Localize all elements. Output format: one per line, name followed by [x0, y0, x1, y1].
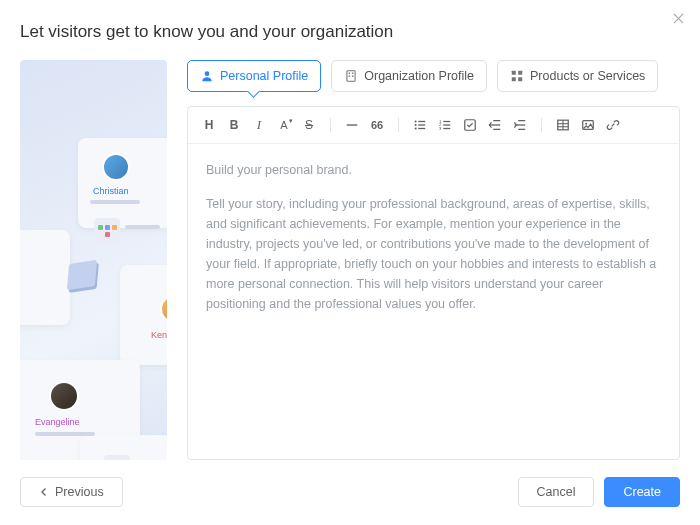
- indent-icon: [513, 118, 527, 132]
- ordered-list-button[interactable]: 123: [434, 115, 456, 135]
- heading-button[interactable]: H: [198, 115, 220, 135]
- rich-text-editor: H B I A▾ S 66 123 Build your pe: [187, 106, 680, 460]
- toolbar-separator: [330, 118, 331, 132]
- page-title: Let visitors get to know you and your or…: [20, 22, 680, 42]
- svg-rect-9: [518, 77, 522, 81]
- italic-button[interactable]: I: [248, 115, 270, 135]
- bold-button[interactable]: B: [223, 115, 245, 135]
- link-button[interactable]: [602, 115, 624, 135]
- strikethrough-icon: S: [305, 118, 313, 132]
- create-button[interactable]: Create: [604, 477, 680, 507]
- placeholder-line: [125, 225, 160, 229]
- checklist-button[interactable]: [459, 115, 481, 135]
- svg-rect-7: [518, 71, 522, 75]
- minus-icon: [345, 118, 359, 132]
- avatar-icon: [49, 381, 79, 411]
- outdent-button[interactable]: [484, 115, 506, 135]
- editor-placeholder-line: Build your personal brand.: [206, 160, 661, 180]
- illustration-card: [120, 265, 167, 365]
- illustration-card: [78, 138, 167, 228]
- modal-header: Let visitors get to know you and your or…: [0, 0, 700, 60]
- table-button[interactable]: [552, 115, 574, 135]
- editor-content-area[interactable]: Build your personal brand. Tell your sto…: [188, 144, 679, 459]
- tab-label: Products or Services: [530, 69, 645, 83]
- italic-icon: I: [257, 117, 261, 133]
- tab-label: Personal Profile: [220, 69, 308, 83]
- svg-rect-2: [349, 73, 350, 74]
- tab-products-services[interactable]: Products or Services: [497, 60, 658, 92]
- svg-point-13: [415, 124, 417, 126]
- bold-icon: B: [230, 118, 239, 132]
- qr-icon: [94, 218, 120, 244]
- svg-rect-23: [465, 120, 476, 131]
- previous-button[interactable]: Previous: [20, 477, 123, 507]
- font-color-icon: A▾: [280, 119, 287, 131]
- quote-icon: 66: [371, 119, 383, 131]
- placeholder-line: [35, 432, 95, 436]
- building-icon: [344, 69, 358, 83]
- blockquote-button[interactable]: 66: [366, 115, 388, 135]
- link-icon: [606, 118, 620, 132]
- tab-label: Organization Profile: [364, 69, 474, 83]
- svg-point-35: [585, 123, 587, 125]
- horizontal-rule-button[interactable]: [341, 115, 363, 135]
- person-icon: [200, 69, 214, 83]
- table-icon: [556, 118, 570, 132]
- modal-footer: Previous Cancel Create: [20, 477, 680, 507]
- svg-rect-3: [352, 73, 353, 74]
- strikethrough-button[interactable]: S: [298, 115, 320, 135]
- button-label: Cancel: [537, 485, 576, 499]
- toolbar-separator: [541, 118, 542, 132]
- button-label: Previous: [55, 485, 104, 499]
- chevron-left-icon: [39, 487, 49, 497]
- editor-toolbar: H B I A▾ S 66 123: [188, 107, 679, 144]
- qr-icon: [104, 455, 130, 460]
- svg-rect-1: [347, 71, 355, 82]
- tab-bar: Personal Profile Organization Profile Pr…: [187, 60, 680, 92]
- svg-rect-8: [512, 77, 516, 81]
- illustration-name: Evangeline: [35, 417, 80, 427]
- button-label: Create: [623, 485, 661, 499]
- illustration-card: [20, 230, 70, 325]
- cancel-button[interactable]: Cancel: [518, 477, 595, 507]
- image-icon: [581, 118, 595, 132]
- svg-point-11: [415, 120, 417, 122]
- cube-icon: [67, 260, 97, 290]
- tab-personal-profile[interactable]: Personal Profile: [187, 60, 321, 92]
- bullet-list-button[interactable]: [409, 115, 431, 135]
- list-ul-icon: [413, 118, 427, 132]
- illustration-name: Christian: [93, 186, 129, 196]
- font-color-button[interactable]: A▾: [273, 115, 295, 135]
- close-button[interactable]: [670, 10, 686, 26]
- svg-point-0: [205, 71, 210, 76]
- grid-icon: [510, 69, 524, 83]
- image-button[interactable]: [577, 115, 599, 135]
- svg-text:3: 3: [439, 126, 442, 131]
- placeholder-line: [90, 200, 140, 204]
- illustration-name: Kenneth: [151, 330, 167, 340]
- close-icon: [673, 13, 684, 24]
- svg-rect-5: [352, 75, 353, 76]
- svg-rect-4: [349, 75, 350, 76]
- check-square-icon: [463, 118, 477, 132]
- outdent-icon: [488, 118, 502, 132]
- indent-button[interactable]: [509, 115, 531, 135]
- tab-organization-profile[interactable]: Organization Profile: [331, 60, 487, 92]
- svg-point-15: [415, 127, 417, 129]
- avatar-icon: [102, 153, 130, 181]
- heading-icon: H: [205, 118, 214, 132]
- list-ol-icon: 123: [438, 118, 452, 132]
- svg-rect-6: [512, 71, 516, 75]
- illustration-panel: Christian Kenneth Evangeline: [20, 60, 167, 460]
- editor-placeholder-body: Tell your story, including your professi…: [206, 194, 661, 314]
- toolbar-separator: [398, 118, 399, 132]
